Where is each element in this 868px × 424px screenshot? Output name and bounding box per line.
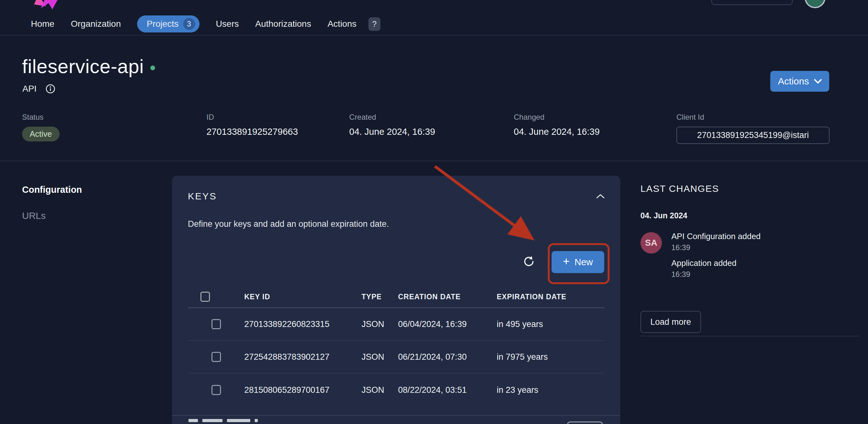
page-title: fileservice-api bbox=[22, 55, 155, 77]
plus-icon: + bbox=[563, 256, 569, 267]
top-search-input[interactable] bbox=[711, 0, 793, 5]
row-3-checkbox[interactable] bbox=[212, 385, 221, 395]
refresh-icon[interactable] bbox=[523, 255, 535, 268]
created-value: 04. June 2024, 16:39 bbox=[349, 127, 435, 137]
id-label: ID bbox=[207, 113, 298, 122]
row-1-expiration-date: in 495 years bbox=[497, 319, 604, 329]
main-nav: Home Organization Projects 3 Users Autho… bbox=[31, 15, 380, 32]
keys-panel-title: KEYS bbox=[188, 191, 217, 202]
keys-panel-description: Define your keys and add an optional exp… bbox=[188, 219, 389, 229]
status-dot bbox=[150, 66, 155, 70]
page-subtitle: API bbox=[22, 84, 56, 94]
avatar: SA bbox=[641, 232, 662, 254]
select-all-checkbox[interactable] bbox=[200, 292, 210, 302]
client-id-label: Client Id bbox=[676, 113, 830, 122]
key-row-1[interactable]: 270133892260823315 JSON 06/04/2024, 16:3… bbox=[188, 308, 604, 341]
row-2-key-id: 272542883783902127 bbox=[244, 352, 362, 362]
change-entry-1: API Configuration added 16:39 bbox=[671, 231, 761, 252]
keys-table-header-row: KEY ID TYPE CREATION DATE EXPIRATION DAT… bbox=[188, 286, 604, 308]
change-entry-2-text: Application added bbox=[671, 258, 761, 268]
nav-item-users[interactable]: Users bbox=[216, 19, 239, 29]
nav-item-projects[interactable]: Projects 3 bbox=[137, 15, 199, 32]
nav-item-projects-label: Projects bbox=[147, 19, 178, 29]
created-label: Created bbox=[349, 113, 435, 122]
change-entry-1-time: 16:39 bbox=[671, 243, 761, 252]
help-button[interactable]: ? bbox=[368, 17, 380, 31]
col-header-key-id: KEY ID bbox=[244, 293, 362, 301]
change-entry-2-time: 16:39 bbox=[671, 270, 761, 279]
row-1-checkbox[interactable] bbox=[212, 319, 221, 329]
sidebar-item-configuration[interactable]: Configuration bbox=[22, 185, 82, 195]
row-1-key-id: 270133892260823315 bbox=[244, 319, 362, 329]
nav-item-authorizations[interactable]: Authorizations bbox=[255, 19, 311, 29]
nav-item-home[interactable]: Home bbox=[31, 19, 55, 29]
chevron-down-icon bbox=[814, 79, 822, 84]
meta-created: Created 04. June 2024, 16:39 bbox=[349, 113, 435, 137]
row-3-type: JSON bbox=[362, 385, 398, 395]
projects-count-badge: 3 bbox=[183, 18, 195, 30]
change-entry-1-text: API Configuration added bbox=[671, 231, 761, 241]
last-changes-divider bbox=[641, 336, 859, 336]
row-1-creation-date: 06/04/2024, 16:39 bbox=[398, 319, 497, 329]
sidebar-item-urls[interactable]: URLs bbox=[22, 210, 46, 221]
new-key-button[interactable]: + New bbox=[552, 251, 604, 273]
page-title-text: fileservice-api bbox=[22, 55, 144, 77]
row-3-expiration-date: in 23 years bbox=[497, 385, 604, 395]
status-label: Status bbox=[22, 113, 60, 122]
cutoff-section-title-fragment bbox=[188, 419, 258, 422]
header-divider bbox=[0, 161, 868, 161]
top-navigation-bar: Home Organization Projects 3 Users Autho… bbox=[0, 0, 868, 36]
header-actions-button[interactable]: Actions bbox=[770, 71, 829, 92]
id-value: 270133891925279663 bbox=[207, 127, 298, 137]
meta-id: ID 270133891925279663 bbox=[207, 113, 298, 137]
meta-status: Status Active bbox=[22, 113, 60, 141]
changed-value: 04. June 2024, 16:39 bbox=[514, 127, 600, 137]
collapse-chevron-up-icon[interactable] bbox=[596, 194, 604, 199]
change-entry-2: Application added 16:39 bbox=[671, 258, 761, 279]
changed-label: Changed bbox=[514, 113, 600, 122]
key-row-3[interactable]: 281508065289700167 JSON 08/22/2024, 03:5… bbox=[188, 373, 604, 406]
app-logo-icon[interactable] bbox=[33, 0, 64, 15]
nav-item-organization[interactable]: Organization bbox=[71, 19, 121, 29]
cutoff-section-button[interactable] bbox=[567, 422, 603, 424]
last-changes-title: LAST CHANGES bbox=[641, 183, 861, 194]
user-avatar[interactable] bbox=[805, 0, 826, 8]
info-icon[interactable] bbox=[45, 84, 56, 94]
load-more-button[interactable]: Load more bbox=[641, 311, 701, 333]
client-id-value-box[interactable]: 270133891925345199@istari bbox=[676, 127, 830, 144]
meta-client-id: Client Id 270133891925345199@istari bbox=[676, 113, 830, 144]
panel-section-divider bbox=[172, 415, 620, 416]
new-key-button-label: New bbox=[575, 257, 593, 267]
meta-changed: Changed 04. June 2024, 16:39 bbox=[514, 113, 600, 137]
col-header-creation-date: CREATION DATE bbox=[398, 293, 497, 301]
row-2-expiration-date: in 7975 years bbox=[497, 352, 604, 362]
row-2-type: JSON bbox=[362, 352, 398, 362]
entity-type-label: API bbox=[22, 84, 37, 94]
app-root: Home Organization Projects 3 Users Autho… bbox=[0, 0, 868, 424]
nav-item-actions[interactable]: Actions bbox=[328, 19, 356, 29]
row-2-creation-date: 06/21/2024, 07:30 bbox=[398, 352, 497, 362]
header-actions-label: Actions bbox=[778, 76, 809, 87]
status-badge: Active bbox=[22, 127, 60, 141]
keys-table: KEY ID TYPE CREATION DATE EXPIRATION DAT… bbox=[188, 286, 604, 406]
key-row-2[interactable]: 272542883783902127 JSON 06/21/2024, 07:3… bbox=[188, 341, 604, 373]
row-2-checkbox[interactable] bbox=[212, 352, 221, 362]
last-changes-date: 04. Jun 2024 bbox=[641, 211, 861, 220]
keys-panel: KEYS Define your keys and add an optiona… bbox=[172, 176, 620, 424]
row-1-type: JSON bbox=[362, 319, 398, 329]
row-3-key-id: 281508065289700167 bbox=[244, 385, 362, 395]
last-changes-panel: LAST CHANGES 04. Jun 2024 SA API Configu… bbox=[641, 183, 861, 333]
col-header-expiration-date: EXPIRATION DATE bbox=[497, 293, 604, 301]
row-3-creation-date: 08/22/2024, 03:51 bbox=[398, 385, 497, 395]
col-header-type: TYPE bbox=[362, 293, 398, 301]
